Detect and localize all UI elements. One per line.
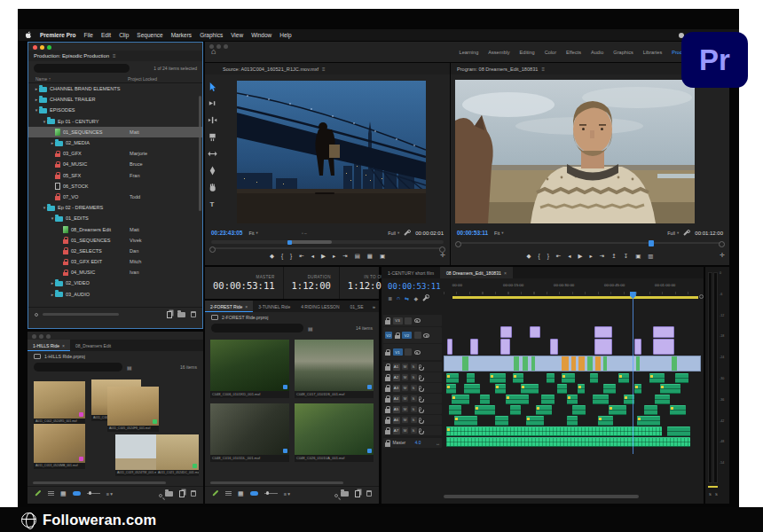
clip-segment[interactable] <box>462 356 468 371</box>
track-lock-icon[interactable] <box>385 366 390 371</box>
delete-icon[interactable] <box>366 490 372 497</box>
audio-clip[interactable] <box>449 405 462 415</box>
comparison-view-button[interactable]: ▥ <box>648 252 653 261</box>
track-lock-icon[interactable] <box>385 398 390 403</box>
track-header-master[interactable]: Master4.0↔ <box>383 438 442 448</box>
clip-segment[interactable] <box>571 356 577 371</box>
video-clip[interactable] <box>594 326 612 338</box>
go-to-in-button[interactable]: ⇤ <box>556 252 561 261</box>
solo-track-button[interactable]: S <box>411 417 417 423</box>
mute-track-button[interactable]: M <box>402 406 408 412</box>
track-patch-chip[interactable] <box>405 317 412 325</box>
program-video[interactable] <box>455 80 695 223</box>
track-header-v1[interactable]: V1 <box>383 344 442 360</box>
delete-icon[interactable] <box>191 311 196 317</box>
track-label[interactable]: V1 <box>393 348 403 356</box>
audio-clip[interactable] <box>609 405 626 415</box>
project-tree-item[interactable]: 03_GFX EDITMitch <box>28 256 202 267</box>
menu-item-file[interactable]: File <box>83 32 92 38</box>
add-marker-button[interactable]: ◆ <box>270 252 274 261</box>
timeline-ruler[interactable]: 00:0000:00:15:0000:00:30:0000:00:45:0000… <box>444 282 701 294</box>
timeline-hscrollbar[interactable] <box>444 495 639 498</box>
video-clip[interactable] <box>500 326 512 338</box>
source-video[interactable] <box>237 81 426 223</box>
icon-view-icon[interactable]: ▦ <box>238 491 244 497</box>
ripple-edit-tool[interactable] <box>207 114 217 125</box>
track-select-forward-tool[interactable] <box>207 98 217 108</box>
bin-tab-1-hills-ride[interactable]: 1-HILLS Ride× <box>28 340 70 351</box>
audio-clip[interactable] <box>603 384 617 394</box>
audio-clip[interactable] <box>567 395 578 404</box>
fit-tracks-icon[interactable]: ↔ <box>436 441 440 446</box>
bin-name[interactable]: 1-HILLS Ride.prproj <box>44 354 85 359</box>
project-tree-item[interactable]: ▸CHANNEL BRAND ELEMENTS <box>28 83 202 94</box>
track-label[interactable]: A1 <box>393 364 400 371</box>
project-tree-item[interactable]: 05_SFXFran <box>28 170 202 181</box>
step-forward-button[interactable]: ▸ <box>590 252 593 261</box>
audio-clip[interactable] <box>593 395 608 404</box>
mark-out-button[interactable]: } <box>290 252 292 261</box>
audio-clip[interactable] <box>510 405 521 415</box>
panel-menu-icon[interactable]: ≡ <box>113 53 116 59</box>
clip-thumbnail[interactable]: C048_C006_0101KD_001.mxf <box>210 340 289 398</box>
audio-clip[interactable] <box>634 384 642 394</box>
track-lock-icon[interactable] <box>385 387 390 392</box>
track-header-a3[interactable]: A3MS <box>383 383 442 393</box>
new-bin-icon[interactable] <box>341 491 349 497</box>
filter-icon[interactable]: ▤ <box>127 364 132 371</box>
bin-tab-01_se[interactable]: 01_SE <box>345 301 369 312</box>
project-tree-item[interactable]: 07_VOTodd <box>28 192 202 202</box>
track-patch-chip[interactable] <box>414 332 421 339</box>
filter-icon[interactable]: ▤ <box>308 325 313 332</box>
mark-in-button[interactable]: { <box>281 252 283 261</box>
track-lock-icon[interactable] <box>385 352 390 356</box>
bin-hscrollbar[interactable] <box>210 481 343 484</box>
track-label[interactable]: V3 <box>393 317 403 325</box>
audio-clip[interactable] <box>536 405 551 415</box>
menu-item-view[interactable]: View <box>231 32 243 38</box>
audio-clip[interactable] <box>618 373 629 383</box>
audio-clip[interactable] <box>454 416 477 426</box>
video-clip[interactable] <box>447 339 452 355</box>
navigate-up-icon[interactable] <box>211 315 218 320</box>
workspace-tab-color[interactable]: Color <box>545 50 556 55</box>
project-tree-item[interactable]: 01_SEQUENCESVivek <box>28 235 202 246</box>
workspace-tab-editing[interactable]: Editing <box>520 50 535 55</box>
go-to-in-button[interactable]: ⇤ <box>299 252 303 261</box>
overwrite-button[interactable]: ▦ <box>367 252 373 261</box>
audio-clip[interactable] <box>567 416 578 426</box>
solo-track-button[interactable]: S <box>411 374 417 380</box>
audio-clip[interactable] <box>467 373 475 383</box>
audio-clip[interactable] <box>452 395 469 404</box>
bin-tab-3-tunnel-ride[interactable]: 3-TUNNEL Ride <box>253 301 295 312</box>
close-icon[interactable]: × <box>245 304 248 309</box>
program-resolution-dropdown[interactable]: Full▾ <box>667 231 679 236</box>
work-area-end-handle[interactable] <box>699 294 704 299</box>
sequence-menu-icon[interactable]: ≣ <box>388 295 392 301</box>
track-header-a2[interactable]: A2MS <box>383 372 442 382</box>
audio-clip[interactable] <box>446 437 691 447</box>
voiceover-record-icon[interactable] <box>419 396 421 400</box>
track-header-a5[interactable]: A5MS <box>383 404 442 414</box>
project-tree-item[interactable]: ▾Ep 01 - CENTURY <box>28 116 202 127</box>
audio-clip[interactable] <box>446 426 663 436</box>
audio-clip[interactable] <box>655 395 670 404</box>
clip-segment[interactable] <box>514 356 519 371</box>
menu-item-markers[interactable]: Markers <box>171 32 192 38</box>
minimize-window-button[interactable] <box>39 334 43 339</box>
mute-track-button[interactable]: M <box>402 427 408 434</box>
audio-clip[interactable] <box>495 416 508 426</box>
solo-track-button[interactable]: S <box>411 385 417 391</box>
audio-clip[interactable] <box>590 373 598 383</box>
workspace-tab-graphics[interactable]: Graphics <box>613 50 633 55</box>
source-patch-chip[interactable]: V2 <box>385 332 392 339</box>
insert-button[interactable]: ▤ <box>355 252 360 261</box>
shuttle-icon[interactable] <box>73 491 81 496</box>
source-zoom-dropdown[interactable]: Fit▾ <box>248 231 257 236</box>
voiceover-record-icon[interactable] <box>419 386 421 389</box>
clip-segment[interactable] <box>636 356 640 371</box>
track-header-a1[interactable]: A1MS <box>383 362 442 372</box>
track-label[interactable]: A4 <box>393 395 400 403</box>
step-forward-button[interactable]: ▸ <box>333 252 335 261</box>
menu-item-clip[interactable]: Clip <box>119 32 129 38</box>
